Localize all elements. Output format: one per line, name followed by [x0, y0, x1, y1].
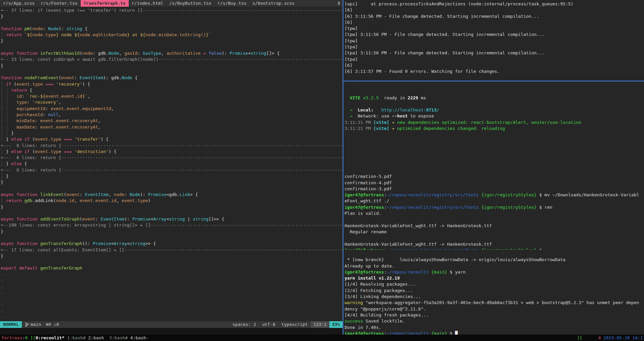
text-segment: +-- 17 lines: const allEvents: EventItem…: [1, 247, 124, 252]
tabline-close-button[interactable]: X: [337, 0, 340, 7]
tab-r-s-Footer.tsx[interactable]: r/s/Footer.tsx: [38, 0, 81, 7]
tab--s-BuyButton.tsx[interactable]: /s/BuyButton.tsx: [166, 0, 214, 7]
text-segment: ~: [1, 309, 3, 314]
tmux-window-list[interactable]: fortress:0 ][0:recoolit* 1:bash# 2:bash …: [1, 335, 149, 341]
text-segment: optimized dependencies changed. reloadin…: [397, 126, 505, 131]
text-segment: +--- 8 lines: return {: [1, 155, 61, 160]
terminal-row: [1, 259, 343, 265]
tab-r-s-Buy.tsx[interactable]: r/s/Buy.tsx: [214, 0, 249, 7]
text-segment: event.type: [16, 82, 43, 87]
text-segment: [104, 335, 109, 340]
terminal-row: }: [1, 13, 343, 19]
text-segment: > {: [190, 192, 198, 197]
text-segment: 3:11:21 PM: [345, 120, 373, 125]
terminal-row: +-- 17 lines: const allEvents: EventItem…: [1, 247, 343, 253]
text-segment: infectWithGasId: [38, 51, 80, 56]
text-segment: authoritative: [166, 51, 201, 56]
text-segment: ········································…: [143, 8, 343, 13]
text-segment: :: [35, 125, 40, 130]
text-segment: false: [208, 51, 222, 56]
terminal-row: +--- 8 lines: return {··················…: [1, 155, 343, 161]
terminal-row: [tpa]: [345, 56, 644, 62]
text-segment: confirmation-3.pdf: [345, 186, 392, 191]
text-segment: ) {: [109, 149, 116, 154]
mode-indicator: NORMAL: [0, 321, 22, 328]
text-segment: GasType: [143, 51, 161, 56]
terminal-row: [1/4] Resolving packages...: [345, 281, 644, 287]
text-segment: │: [1, 82, 6, 87]
terminal-row: [345, 101, 644, 107]
text-segment: return: [6, 32, 22, 37]
terminal-row: Already up to date.: [345, 263, 644, 269]
pane-shell-fonts[interactable]: confirmation-5.pdfconfirmation-4.pdfconf…: [344, 166, 644, 250]
text-segment: string: [193, 216, 208, 222]
tab-r-index.html[interactable]: r/index.html: [129, 0, 166, 7]
text-segment: new dependencies optimized: react-bootst…: [397, 120, 581, 125]
text-segment: function: [1, 75, 22, 80]
text-segment: [1/4] Resolving packages...: [345, 282, 415, 287]
text-segment: Promise: [148, 192, 166, 197]
terminal-row: async function linkEvent(event: EventIte…: [1, 192, 343, 198]
text-segment: ~: [1, 278, 3, 283]
pane-tsc-watch[interactable]: [api] at process.processTicksAndRejectio…: [344, 0, 644, 81]
text-segment: │ │: [1, 125, 16, 130]
text-segment: igor47@fortress: [345, 270, 384, 275]
text-segment: genTransferGraph: [40, 265, 82, 271]
text-segment: {: [22, 161, 27, 166]
text-segment: ~: [1, 284, 3, 289]
text-segment: Node: [122, 75, 132, 80]
text-segment: (: [64, 192, 67, 197]
text-segment: ,: [98, 125, 101, 130]
text-segment: [65, 335, 67, 340]
text-segment: $ ren: [536, 205, 552, 210]
pane-vite-dev-server[interactable]: VITE v3.2.5 ready in 2229 ms → Local: ht…: [344, 82, 644, 166]
text-segment: ········································…: [159, 57, 343, 62]
text-segment: string: [169, 216, 185, 222]
editor-pane[interactable]: r/s/App.scssr/s/Footer.tsxTransferGraph.…: [0, 0, 343, 335]
tab-r-s-App.scss[interactable]: r/s/App.scss: [0, 0, 38, 7]
text-segment: }: [6, 149, 11, 154]
terminal-row: 3:11:21 PM [vite] ✦ new dependencies opt…: [345, 119, 644, 126]
text-segment: event.event.recoveryAt: [40, 125, 98, 130]
text-segment: Promise: [93, 241, 111, 246]
tab-TransferGraph.ts[interactable]: TransferGraph.ts: [81, 0, 129, 7]
text-segment: ready in: [379, 95, 408, 100]
terminal-row: [6] 3:11:56 PM - File change detected. S…: [345, 13, 644, 19]
text-segment: node.minDate.toString(): [146, 32, 206, 37]
text-segment: →: [345, 107, 358, 112]
tab-s-bootstrap.scss[interactable]: s/bootstrap.scss: [249, 0, 297, 7]
terminal-row: │ │ return {: [1, 87, 343, 93]
text-segment: VITE: [345, 95, 360, 100]
text-segment: 2:bash: [88, 335, 104, 340]
text-segment: equipmentId: [16, 106, 45, 111]
terminal-row: 3:11:21 PM [vite] ✦ optimized dependenci…: [345, 126, 644, 132]
text-segment: Network: use: [358, 113, 392, 118]
text-segment: Array: [153, 216, 166, 222]
terminal-row: [api] at process.processTicksAndRejectio…: [345, 1, 644, 7]
text-segment: │ │: [1, 100, 16, 105]
text-segment: [tpa] 3:11:56 PM - File change detected.…: [345, 50, 545, 55]
text-segment: ~: [1, 296, 3, 301]
scroll-percent: 33%: [329, 321, 343, 328]
code-buffer[interactable]: +-- 37 lines: if (event.type !== 'transf…: [0, 7, 343, 321]
terminal-row: [1, 20, 343, 26]
pane-shell-yarn-active[interactable]: * [new branch] louis/alwaysShowBorrowDat…: [344, 250, 644, 336]
terminal-row: ~: [1, 278, 343, 284]
text-segment: } node ${: [56, 32, 79, 37]
text-segment: +--- 8 lines: return {: [1, 167, 61, 173]
text-segment: : gdb.: [93, 51, 109, 56]
tmux-clock: ][ 4 2023-05-10 14:11: [577, 335, 644, 341]
terminal-row: ~: [1, 272, 343, 278]
text-segment: ········································…: [61, 167, 343, 173]
text-segment: * [new branch] louis/alwaysShowBorrowDat…: [345, 257, 565, 262]
text-segment: +--198 lines: const errors: Array<string…: [1, 223, 151, 228]
terminal-row: [3/4] Linking dependencies...: [345, 294, 644, 300]
text-segment: Regular rename: [345, 229, 387, 234]
text-segment: event.event.id: [45, 94, 82, 99]
terminal-row: [1, 44, 343, 50]
terminal-row: → Local: http://localhost:8713/: [345, 107, 644, 113]
text-segment: }: [11, 131, 14, 136]
text-segment: ) {: [100, 137, 108, 142]
text-segment: }: [6, 137, 11, 142]
text-segment: 'destruction': [74, 149, 109, 154]
